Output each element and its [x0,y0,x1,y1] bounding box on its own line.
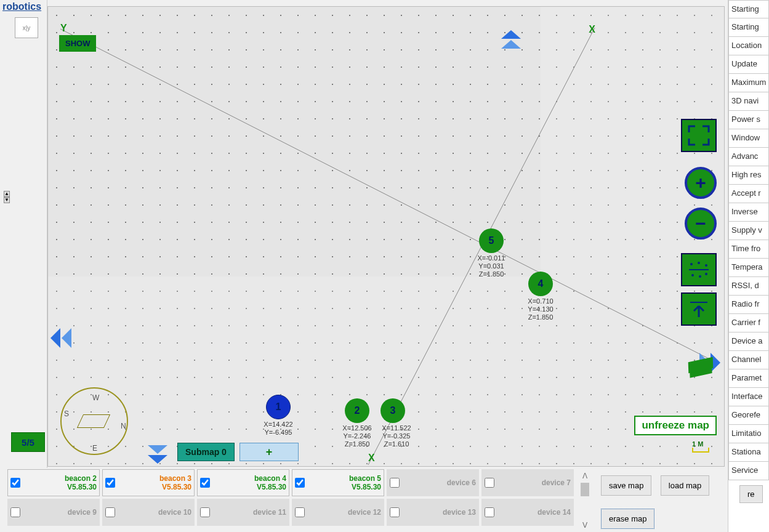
beacon-4-coords: X=0.710Y=4.130Z=1.850 [516,297,565,321]
device-tile[interactable]: device 14 [481,499,574,526]
settings-row[interactable]: Radio fr [728,296,769,314]
settings-row[interactable]: Starting [728,0,769,18]
submap-add-button[interactable]: + [240,443,299,461]
settings-row[interactable]: High res [728,166,769,185]
settings-re-button[interactable]: re [739,485,763,503]
device-name: device 12 [307,508,381,517]
beacon-node-5[interactable]: 5 [479,228,504,253]
beacon-node-4[interactable]: 4 [528,272,553,296]
show-button[interactable]: SHOW [59,35,96,52]
device-name: beacon 5 [307,474,381,483]
submap-button[interactable]: Submap 0 [177,443,235,461]
device-tile[interactable]: beacon 5V5.85.30 [292,469,384,496]
up-layer-button[interactable] [681,292,717,326]
device-checkbox[interactable] [295,507,305,517]
device-tile[interactable]: beacon 4V5.85.30 [197,469,289,496]
unfreeze-map-button[interactable]: unfreeze map [634,416,717,435]
left-rail: robotics x|y ▲ ▼ 5/5 [0,0,47,468]
xy-axes-icon[interactable]: x|y [15,17,38,38]
device-checkbox[interactable] [200,507,210,517]
beacon-node-2[interactable]: 2 [345,398,369,423]
brand-link[interactable]: robotics [0,0,47,14]
load-map-button[interactable]: load map [661,475,709,496]
device-tile[interactable]: beacon 2V5.85.30 [7,469,100,496]
settings-row[interactable]: Inverse [728,203,769,222]
settings-row[interactable]: Limitatio [728,425,769,443]
device-checkbox[interactable] [295,478,305,488]
axis-x-bottom-label: X [368,453,375,464]
device-name: device 10 [118,508,191,517]
svg-marker-3 [501,40,521,49]
scroll-down-icon[interactable]: ᐯ [579,521,591,530]
arrow-up-icon [686,297,711,321]
compass-e: E [92,444,97,453]
settings-row[interactable]: Update [728,55,769,74]
dots-view-button[interactable] [681,253,717,286]
device-tile[interactable]: device 13 [387,499,479,526]
settings-row[interactable]: Stationa [728,443,769,462]
fullscreen-icon [686,124,711,147]
device-checkbox[interactable] [105,507,115,517]
settings-row[interactable]: Time fro [728,240,769,259]
fullscreen-button[interactable] [681,119,717,152]
map-scale: 1 M [692,440,709,453]
pan-down-icon[interactable] [147,439,169,464]
device-checkbox[interactable] [105,478,115,488]
settings-row[interactable]: Carrier f [728,314,769,332]
device-checkbox[interactable] [10,507,20,517]
svg-point-10 [690,263,693,265]
svg-point-16 [705,273,707,275]
device-tile[interactable]: device 9 [7,499,100,526]
device-scrollbar[interactable]: ᐱ ᐯ [579,472,591,527]
scroll-up-icon[interactable]: ᐱ [579,472,591,480]
pan-left-icon[interactable] [50,327,78,349]
settings-row[interactable]: Starting [728,18,769,37]
settings-row[interactable]: Power s [728,111,769,129]
compass-s: S [64,409,69,418]
zoom-out-button[interactable]: − [685,208,717,240]
settings-row[interactable]: Supply v [728,222,769,240]
device-tile[interactable]: device 10 [102,499,195,526]
device-tile[interactable]: device 12 [292,499,384,526]
device-checkbox[interactable] [390,478,400,488]
settings-row[interactable]: RSSI, d [728,277,769,296]
settings-row[interactable]: Location [728,37,769,55]
settings-row[interactable]: Window [728,129,769,148]
spin-up-icon[interactable]: ▲ [4,191,10,197]
settings-row[interactable]: Accept r [728,185,769,203]
compass-n: N [121,422,126,430]
device-checkbox[interactable] [485,478,494,488]
beacon-node-3[interactable]: 3 [380,398,405,423]
spin-down-icon[interactable]: ▼ [4,197,10,203]
device-tile[interactable]: device 6 [387,469,479,496]
zoom-in-button[interactable]: + [685,167,717,199]
device-tile[interactable]: device 7 [481,469,574,496]
settings-row[interactable]: Service [728,462,769,480]
settings-row[interactable]: 3D navi [728,92,769,111]
device-version: V5.85.30 [23,483,97,491]
settings-row[interactable]: Channel [728,351,769,369]
settings-row[interactable]: Tempera [728,259,769,277]
svg-marker-4 [50,328,60,348]
settings-row[interactable]: Maximum [728,74,769,92]
erase-map-button[interactable]: erase map [601,509,654,529]
device-checkbox[interactable] [200,478,210,488]
settings-row[interactable]: Advanc [728,148,769,166]
save-map-button[interactable]: save map [601,475,651,496]
hedgehog-node-1[interactable]: 1 [266,395,291,419]
scroll-thumb[interactable] [581,483,589,496]
settings-row[interactable]: Interface [728,388,769,406]
device-tile[interactable]: device 11 [197,499,289,526]
settings-row[interactable]: Paramet [728,369,769,388]
device-checkbox[interactable] [390,507,400,517]
device-checkbox[interactable] [10,478,20,488]
settings-row[interactable]: Georefe [728,406,769,425]
device-name: device 11 [212,508,286,517]
map-canvas[interactable]: Y X X SHOW + − unfreeze map 1 M 5 X=-0.0… [47,6,725,467]
svg-marker-5 [62,328,71,348]
value-spinner[interactable]: ▲ ▼ [4,191,10,203]
settings-row[interactable]: Device a [728,332,769,351]
pan-up-icon[interactable] [500,30,522,55]
device-tile[interactable]: beacon 3V5.85.30 [102,469,195,496]
device-checkbox[interactable] [485,507,494,517]
